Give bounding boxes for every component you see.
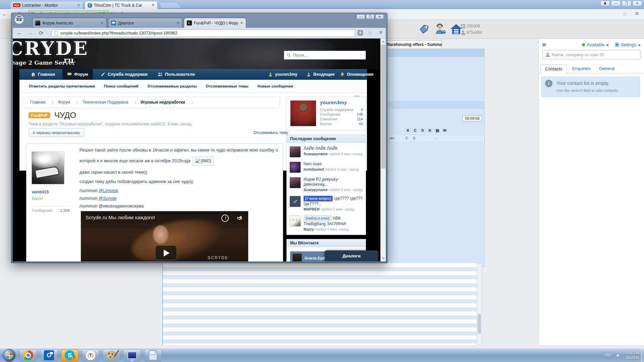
close-button[interactable]: ✕ xyxy=(375,14,384,19)
tab-forum-averia[interactable]: Форум Averia.ws ✕ xyxy=(32,18,107,28)
nav-support[interactable]: Служба поддержки xyxy=(96,69,152,80)
minimize-button[interactable]: — xyxy=(611,1,621,6)
column-letter[interactable]: A xyxy=(404,127,412,133)
breadcrumb-item[interactable]: Техническая Поддержка xyxy=(83,100,141,105)
scrollbar-thumb[interactable] xyxy=(381,45,385,169)
forum-search-input[interactable] xyxy=(293,53,363,58)
scroll-up-icon[interactable] xyxy=(382,41,385,43)
reload-icon[interactable]: ⟳ xyxy=(39,30,43,36)
first-unread-button[interactable]: К первому непрочитанному xyxy=(29,128,84,137)
video-player[interactable]: Scryde.ru Мы любим каждого! SCRYDE xyxy=(81,211,248,261)
forward-icon[interactable]: → xyxy=(28,30,33,36)
summary-grid-row[interactable]: der C S - xyxy=(388,135,484,142)
start-button[interactable] xyxy=(3,349,15,362)
latest-message-item[interactable]: [У меня вопрос]где7??? где7?? где7???...… xyxy=(287,194,366,213)
tab-timocom[interactable]: C TimoCom | TC Truck & Car ✕ xyxy=(85,1,158,9)
bookmark-star-icon[interactable]: ☆ xyxy=(622,10,627,17)
message-title[interactable]: hero ssws xyxy=(304,162,322,166)
page-scrollbar[interactable] xyxy=(380,39,386,261)
thread-prefix-badge[interactable]: Fun&PvP xyxy=(29,112,50,118)
nav-account[interactable]: youren3my xyxy=(264,69,302,80)
menu-icon[interactable]: ≡ xyxy=(379,29,382,36)
tab-scryde-thread[interactable]: L Fun&PvP - ЧУДО | Форум ✕ xyxy=(184,18,246,28)
availability-dropdown[interactable]: Available xyxy=(582,42,609,47)
timocom-taskbar-button[interactable]: (T) xyxy=(82,349,99,361)
column-letter[interactable]: K xyxy=(426,127,434,133)
minimize-button[interactable]: — xyxy=(357,14,365,19)
play-button[interactable] xyxy=(155,245,177,260)
clock[interactable]: 4:01 PM 2/8/2016 xyxy=(625,351,639,360)
bookmark-star-icon[interactable]: ☆ xyxy=(368,29,372,36)
site-logo[interactable]: CRYDE xyxy=(13,39,89,59)
tab-dialogs[interactable]: Диалоги ✕ xyxy=(108,18,182,28)
user-mention-link[interactable]: @ивсехадминовсерва xyxy=(99,203,144,208)
message-author[interactable]: МАРВЕН xyxy=(304,207,320,211)
author-name[interactable]: weld415 xyxy=(32,189,49,194)
settings-dropdown[interactable]: Settings xyxy=(615,42,641,47)
tab-enquiries[interactable]: Enquiries xyxy=(568,64,594,73)
subnav-link[interactable]: Новые сообщения xyxy=(258,84,293,88)
offers-tag-icon[interactable] xyxy=(418,22,431,36)
breadcrumb-item[interactable]: Форум xyxy=(58,100,83,105)
calculator-taskbar-button[interactable] xyxy=(144,349,162,361)
author-avatar[interactable] xyxy=(32,152,64,184)
offers-list-table[interactable] xyxy=(162,263,477,345)
latest-message-item[interactable]: hero ssws tormituuled replied 4 мин. наз… xyxy=(287,160,366,175)
breadcrumb-item[interactable]: Главная xyxy=(30,100,58,105)
close-tab-icon[interactable]: ✕ xyxy=(101,21,104,25)
latest-message-item[interactable]: ЛАЙК ЛАЙК ЛАЙК Scarppyname replied 4 мин… xyxy=(287,144,366,160)
column-letter[interactable]: S xyxy=(419,127,426,133)
tab-general[interactable]: General xyxy=(595,64,619,73)
subnav-link[interactable]: Отслеживаемые разделы xyxy=(147,84,197,88)
paint-taskbar-button[interactable] xyxy=(103,349,120,361)
share-icon[interactable] xyxy=(238,215,242,219)
message-author[interactable]: Bazzy xyxy=(304,227,314,231)
user-mention-link[interactable]: @Scryde xyxy=(99,196,117,201)
close-tab-icon[interactable]: ✕ xyxy=(240,21,243,25)
skype-taskbar-button[interactable]: S 2 xyxy=(61,349,78,361)
nav-forum[interactable]: Форум xyxy=(62,69,93,80)
message-author[interactable]: Scarppyname xyxy=(304,152,328,156)
subnav-link[interactable]: Отслеживаемые темы xyxy=(206,84,248,88)
watch-later-icon[interactable] xyxy=(221,215,229,222)
collapse-panel-icon[interactable]: » xyxy=(542,40,545,49)
latest-message-item[interactable]: [Набор в клан]НВК TheBigBang ЗАГЛЯНИ! Ba… xyxy=(287,213,366,233)
table-scrollbar[interactable] xyxy=(477,263,482,345)
broken-image-placeholder[interactable]: [IMG] xyxy=(193,157,213,166)
profile-button[interactable]: 👤︎ xyxy=(600,1,610,6)
address-bar[interactable]: scryde.ru/board/index.php?threads/chudo.… xyxy=(52,29,355,37)
chrome-taskbar-button[interactable] xyxy=(19,349,37,361)
tab-contacts[interactable]: Contacts xyxy=(541,64,567,73)
menu-icon[interactable]: ≡ xyxy=(635,10,639,17)
language-indicator[interactable]: RU xyxy=(605,353,611,358)
nav-users[interactable]: Пользователи xyxy=(153,69,200,80)
translate-icon[interactable]: A xyxy=(358,30,363,36)
dialogs-popup[interactable]: Диалоги xyxy=(325,250,378,261)
close-button[interactable]: ✕ xyxy=(633,1,642,6)
new-tab-button[interactable] xyxy=(158,2,181,8)
show-hidden-icons-button[interactable] xyxy=(616,354,620,356)
user-mention-link[interactable]: @Limptek xyxy=(99,188,118,193)
restore-button[interactable]: ❐ xyxy=(366,14,374,19)
message-author[interactable]: tormituuled xyxy=(304,167,324,171)
nav-home[interactable]: Главная xyxy=(26,69,60,80)
show-desktop-button[interactable] xyxy=(641,348,644,362)
document-column-icon[interactable]: ▤ xyxy=(434,127,441,133)
nav-alerts[interactable]: Оповещения xyxy=(335,69,378,80)
close-tab-icon[interactable]: ✕ xyxy=(77,3,80,7)
support-headset-icon[interactable] xyxy=(433,22,447,36)
close-tab-icon[interactable]: ✕ xyxy=(176,21,179,25)
latest-message-item[interactable]: Ищем RJ девушку-девчоночку,... Scarppyna… xyxy=(287,175,366,194)
remote-desktop-taskbar-button[interactable] xyxy=(123,349,141,361)
subnav-link[interactable]: Поиск сообщений xyxy=(104,84,138,88)
subnav-link[interactable]: Отметить разделы прочитанными xyxy=(29,84,95,88)
breadcrumb-item[interactable]: Игровые недоработки xyxy=(141,100,198,105)
message-title[interactable]: ЛАЙК ЛАЙК ЛАЙК xyxy=(304,146,337,151)
message-title[interactable]: Ищем RJ девушку-девчоночку,... xyxy=(304,177,339,187)
scroll-down-icon[interactable] xyxy=(382,257,385,259)
tab-warehousing-offers[interactable]: Warehousing offers - Summary xyxy=(386,40,442,49)
back-icon[interactable]: ← xyxy=(17,30,22,36)
tab-loctracker[interactable]: msc Loctracker - Monitor ✕ xyxy=(10,1,83,9)
profile-name[interactable]: youren3my xyxy=(320,100,347,105)
nav-inbox[interactable]: Входящие xyxy=(302,69,339,80)
